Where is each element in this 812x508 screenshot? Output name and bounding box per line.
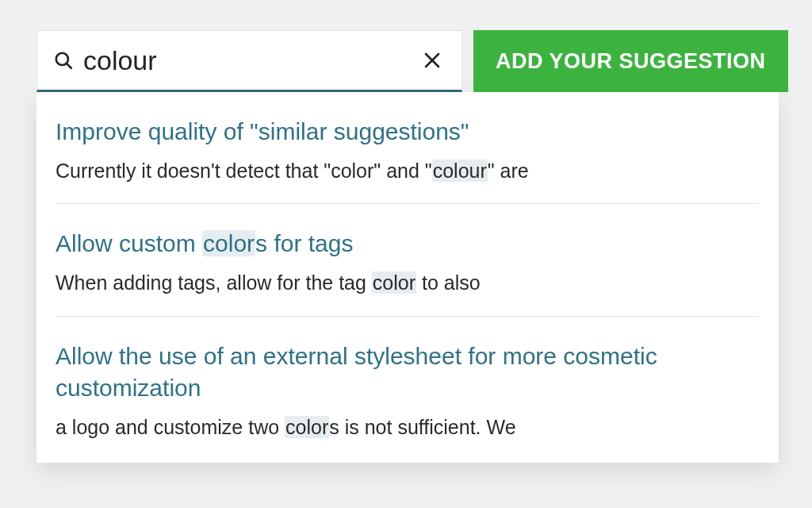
search-input[interactable] (83, 45, 420, 76)
result-snippet: a logo and customize two colors is not s… (56, 414, 760, 441)
result-snippet: When adding tags, allow for the tag colo… (56, 270, 760, 297)
search-row: Add your suggestion (36, 30, 779, 92)
search-icon (52, 48, 75, 72)
search-result[interactable]: Allow custom colors for tags When adding… (56, 204, 760, 316)
result-snippet: Currently it doesn't detect that "color"… (56, 158, 760, 185)
result-title[interactable]: Improve quality of "similar suggestions" (56, 116, 760, 148)
result-title[interactable]: Allow custom colors for tags (56, 228, 760, 260)
search-result[interactable]: Allow the use of an external stylesheet … (56, 317, 760, 444)
svg-line-1 (67, 64, 71, 68)
add-suggestion-button[interactable]: Add your suggestion (473, 30, 788, 92)
close-icon[interactable] (420, 48, 444, 72)
search-result[interactable]: Improve quality of "similar suggestions"… (56, 92, 760, 204)
search-results-dropdown: Improve quality of "similar suggestions"… (36, 92, 779, 463)
search-input-wrap[interactable] (36, 30, 462, 92)
result-title[interactable]: Allow the use of an external stylesheet … (56, 341, 760, 405)
